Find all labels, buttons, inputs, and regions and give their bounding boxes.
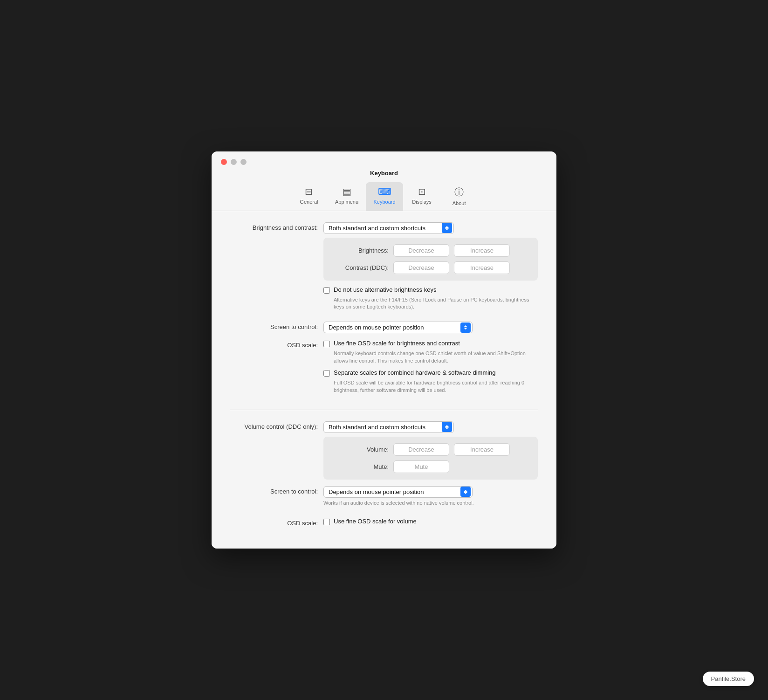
volume-control-row: Volume control (DDC only): Both standard… [230, 421, 538, 480]
traffic-lights [221, 159, 247, 165]
tab-about[interactable]: ⓘ About [440, 182, 478, 211]
brightness-contrast-row: Brightness and contrast: Both standard a… [230, 222, 538, 316]
volume-decrease-button[interactable]: Decrease [393, 443, 449, 456]
osd-scale-2-label: OSD scale: [230, 518, 323, 527]
maximize-button[interactable] [240, 159, 247, 165]
contrast-decrease-button[interactable]: Decrease [393, 261, 449, 274]
alt-brightness-checkbox[interactable] [323, 287, 330, 294]
tab-appmenu[interactable]: ▤ App menu [328, 182, 366, 211]
titlebar: Keyboard ⊟ General ▤ App menu ⌨ Keyboard… [212, 151, 556, 211]
separate-scales-checkbox-row: Separate scales for combined hardware & … [323, 369, 538, 377]
main-window: Keyboard ⊟ General ▤ App menu ⌨ Keyboard… [212, 151, 556, 549]
tab-bar: ⊟ General ▤ App menu ⌨ Keyboard ⊡ Displa… [290, 182, 478, 211]
separate-scales-help: Full OSD scale will be available for har… [323, 379, 538, 394]
brightness-inner-panel: Brightness: Decrease Increase Contrast (… [323, 238, 538, 281]
contrast-increase-button[interactable]: Increase [454, 261, 510, 274]
osd-volume-checkbox-row: Use fine OSD scale for volume [323, 518, 538, 525]
window-title: Keyboard [370, 170, 398, 177]
separate-scales-checkbox[interactable] [323, 370, 330, 377]
appmenu-icon: ▤ [343, 186, 351, 197]
volume-dropdown-wrapper: Both standard and custom shortcuts Stand… [323, 421, 454, 433]
screen-control-1-label: Screen to control: [230, 322, 323, 330]
brightness-contrast-label: Brightness and contrast: [230, 222, 323, 231]
screen-control-2-dropdown[interactable]: Depends on mouse pointer position Main d… [323, 486, 473, 498]
osd-scale-1-control: Use fine OSD scale for brightness and co… [323, 340, 538, 398]
brightness-contrast-control: Both standard and custom shortcuts Stand… [323, 222, 538, 316]
screen-control-2-wrapper: Depends on mouse pointer position Main d… [323, 486, 473, 498]
tab-general[interactable]: ⊟ General [290, 182, 328, 211]
osd-scale-2-control: Use fine OSD scale for volume [323, 518, 538, 528]
brightness-dropdown-wrapper: Both standard and custom shortcuts Stand… [323, 222, 454, 234]
osd-fine-checkbox-label: Use fine OSD scale for brightness and co… [334, 340, 460, 347]
osd-fine-help: Normally keyboard controls change one OS… [323, 350, 538, 364]
general-icon: ⊟ [305, 186, 313, 197]
about-icon: ⓘ [454, 186, 464, 199]
screen-control-1-row: Screen to control: Depends on mouse poin… [230, 322, 538, 333]
mute-inner-label: Mute: [333, 463, 389, 470]
contrast-row: Contrast (DDC): Decrease Increase [333, 261, 528, 274]
osd-scale-1-row: OSD scale: Use fine OSD scale for bright… [230, 340, 538, 398]
brightness-dropdown[interactable]: Both standard and custom shortcuts Stand… [323, 222, 454, 234]
screen-control-1-wrapper: Depends on mouse pointer position Main d… [323, 322, 473, 333]
tab-displays[interactable]: ⊡ Displays [403, 182, 440, 211]
minimize-button[interactable] [231, 159, 237, 165]
tab-keyboard[interactable]: ⌨ Keyboard [366, 182, 403, 211]
volume-row: Volume: Decrease Increase [333, 443, 528, 456]
mute-button[interactable]: Mute [393, 460, 449, 473]
brightness-increase-button[interactable]: Increase [454, 244, 510, 257]
volume-control-control: Both standard and custom shortcuts Stand… [323, 421, 538, 480]
osd-fine-checkbox[interactable] [323, 341, 330, 347]
contrast-inner-label: Contrast (DDC): [333, 264, 389, 271]
screen-control-1-control: Depends on mouse pointer position Main d… [323, 322, 538, 333]
brightness-row: Brightness: Decrease Increase [333, 244, 528, 257]
screen-control-2-help: Works if an audio device is selected wit… [323, 500, 538, 507]
osd-volume-checkbox[interactable] [323, 519, 330, 525]
keyboard-icon: ⌨ [378, 186, 391, 197]
volume-inner-label: Volume: [333, 446, 389, 453]
screen-control-2-row: Screen to control: Depends on mouse poin… [230, 486, 538, 511]
volume-dropdown[interactable]: Both standard and custom shortcuts Stand… [323, 421, 454, 433]
content-area: Brightness and contrast: Both standard a… [212, 211, 556, 549]
mute-row: Mute: Mute [333, 460, 528, 473]
alt-brightness-help: Alternative keys are the F14/F15 (Scroll… [323, 296, 538, 311]
alt-brightness-checkbox-label: Do not use alternative brightness keys [334, 286, 436, 293]
osd-scale-1-label: OSD scale: [230, 340, 323, 349]
osd-volume-checkbox-label: Use fine OSD scale for volume [334, 518, 417, 525]
volume-inner-panel: Volume: Decrease Increase Mute: Mute [323, 437, 538, 480]
separate-scales-checkbox-label: Separate scales for combined hardware & … [334, 369, 496, 376]
volume-increase-button[interactable]: Increase [454, 443, 510, 456]
close-button[interactable] [221, 159, 227, 165]
screen-control-2-label: Screen to control: [230, 486, 323, 495]
alt-brightness-checkbox-row: Do not use alternative brightness keys [323, 286, 538, 294]
screen-control-1-dropdown[interactable]: Depends on mouse pointer position Main d… [323, 322, 473, 333]
displays-icon: ⊡ [418, 186, 426, 197]
volume-control-label: Volume control (DDC only): [230, 421, 323, 430]
watermark: Panfile.Store [703, 672, 754, 686]
osd-fine-checkbox-row: Use fine OSD scale for brightness and co… [323, 340, 538, 347]
screen-control-2-control: Depends on mouse pointer position Main d… [323, 486, 538, 511]
section-divider [230, 410, 538, 410]
brightness-inner-label: Brightness: [333, 247, 389, 254]
brightness-decrease-button[interactable]: Decrease [393, 244, 449, 257]
osd-scale-2-row: OSD scale: Use fine OSD scale for volume [230, 518, 538, 528]
